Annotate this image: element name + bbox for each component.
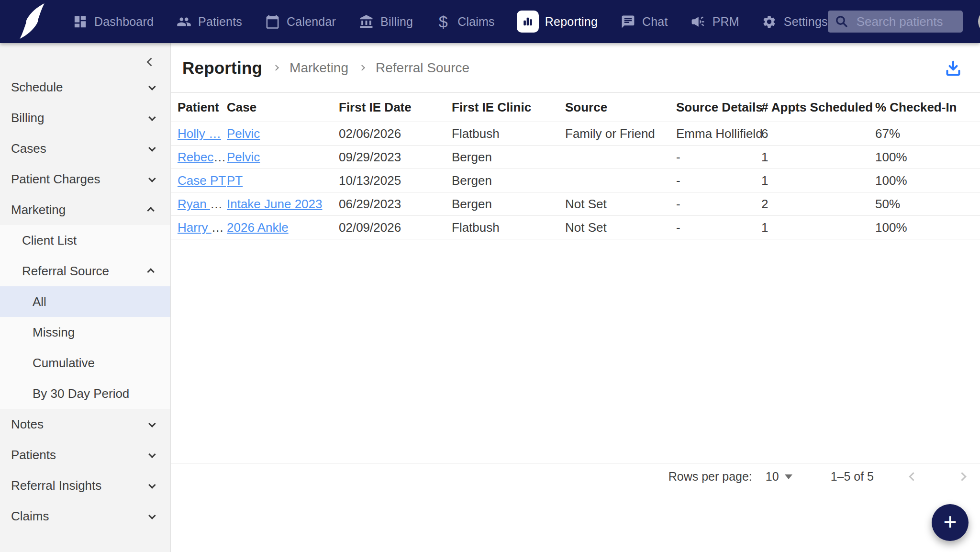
nav-item-prm[interactable]: PRM [690,13,739,30]
patient-link[interactable]: Holly … [178,126,221,141]
sidebar-item-label: By 30 Day Period [33,386,129,401]
first-ie-date-cell: 02/06/2026 [339,122,452,146]
sidebar-item-referral-insights[interactable]: Referral Insights [0,470,170,501]
chevron-down-icon [148,83,156,90]
patient-search-box[interactable] [828,11,963,33]
appts-scheduled-cell: 6 [761,122,875,146]
column-header-checked-in: % Checked-In [875,93,980,122]
calendar-icon [264,13,280,30]
nav-item-settings[interactable]: Settings [761,13,828,30]
table-header: Patient Case First IE Date First IE Clin… [171,93,980,122]
previous-page-button[interactable] [903,467,923,486]
app-logo-icon[interactable] [13,3,52,40]
pagination: Rows per page: 10 1–5 of 5 [171,463,980,490]
nav-item-chat[interactable]: Chat [620,13,668,30]
first-ie-date-cell: 06/29/2023 [339,192,452,216]
nav-item-calendar[interactable]: Calendar [264,13,336,30]
nav-item-dashboard[interactable]: Dashboard [72,13,154,30]
checked-in-cell: 67% [875,122,980,146]
nav-item-label: PRM [713,15,739,29]
case-link[interactable]: 2026 Ankle [227,220,289,235]
top-navigation-bar: Dashboard Patients Calendar Billing $ Cl… [0,0,980,43]
source-details-cell: Emma Hollifield [676,122,761,146]
chevron-down-icon [148,175,156,182]
chevron-left-icon [909,472,917,481]
download-icon [944,58,963,78]
sidebar-item-label: All [33,294,46,309]
sidebar-item-by-30-day-period[interactable]: By 30 Day Period [0,378,170,409]
breadcrumb-referral-source[interactable]: Referral Source [376,60,469,76]
sidebar-item-label: Marketing [11,203,66,217]
nav-item-reporting[interactable]: Reporting [517,11,598,33]
sidebar-item-missing[interactable]: Missing [0,317,170,348]
dropdown-caret-icon [785,474,792,479]
chevron-up-icon [147,207,155,214]
patient-link[interactable]: Rebecc… [178,150,227,164]
nav-item-label: Calendar [287,15,336,29]
table-row: Ryan Li… Intake June 2023 06/29/2023 Ber… [171,192,980,216]
case-link[interactable]: PT [227,173,243,188]
source-cell [565,169,676,192]
next-page-button[interactable] [952,467,971,486]
column-header-source-details: Source Details [676,93,761,122]
patient-link[interactable]: Harry B… [178,220,227,235]
source-cell [565,146,676,169]
sidebar-item-label: Missing [33,325,75,340]
nav-item-claims[interactable]: $ Claims [435,13,495,30]
sidebar-item-label: Cumulative [33,356,95,371]
appts-scheduled-cell: 2 [761,192,875,216]
sidebar-item-patients[interactable]: Patients [0,439,170,470]
sidebar-item-client-list[interactable]: Client List [0,225,170,256]
checked-in-cell: 100% [875,146,980,169]
checked-in-cell: 100% [875,216,980,239]
sidebar-item-label: Claims [11,509,49,524]
case-link[interactable]: Pelvic [227,126,260,141]
sidebar-item-referral-source[interactable]: Referral Source [0,256,170,286]
add-new-button[interactable]: + [932,504,969,541]
search-input[interactable] [857,14,956,29]
first-ie-date-cell: 10/13/2025 [339,169,452,192]
breadcrumb-reporting[interactable]: Reporting [182,58,262,78]
case-link[interactable]: Pelvic [227,150,260,164]
sidebar-item-label: Patients [11,448,56,462]
search-icon [835,14,849,29]
source-cell: Not Set [565,192,676,216]
sidebar-item-label: Referral Source [22,264,109,279]
source-details-cell: - [676,192,761,216]
rows-per-page-select[interactable]: 10 [766,470,792,484]
sidebar-item-label: Client List [22,233,77,248]
source-cell: Not Set [565,216,676,239]
patient-link[interactable]: Case PT [178,173,226,188]
sidebar-item-cumulative[interactable]: Cumulative [0,348,170,378]
sidebar-item-label: Cases [11,141,46,156]
sidebar-item-notes[interactable]: Notes [0,409,170,439]
case-link[interactable]: Intake June 2023 [227,197,323,211]
sidebar-item-label: Notes [11,417,44,432]
user-avatar[interactable]: EH [978,9,980,34]
sidebar-item-patient-charges[interactable]: Patient Charges [0,164,170,194]
sidebar-item-cases[interactable]: Cases [0,133,170,164]
bar-chart-icon [517,11,539,33]
source-details-cell: - [676,216,761,239]
first-ie-clinic-cell: Flatbush [452,122,565,146]
sidebar-item-claims[interactable]: Claims [0,501,170,531]
first-ie-clinic-cell: Flatbush [452,216,565,239]
sidebar-item-label: Referral Insights [11,478,101,493]
pagination-range: 1–5 of 5 [831,470,874,484]
nav-item-billing[interactable]: Billing [358,13,413,30]
chat-icon [620,13,636,30]
dashboard-icon [72,13,88,30]
column-header-first-ie-date: First IE Date [339,93,452,122]
gear-icon [761,13,778,30]
download-button[interactable] [943,57,964,79]
nav-item-patients[interactable]: Patients [176,13,242,30]
sidebar-item-marketing[interactable]: Marketing [0,194,170,225]
referral-source-table: Patient Case First IE Date First IE Clin… [171,92,980,239]
sidebar-item-billing[interactable]: Billing [0,102,170,133]
sidebar-item-all[interactable]: All [0,286,170,317]
breadcrumb-marketing[interactable]: Marketing [290,60,348,76]
sidebar-item-label: Patient Charges [11,172,100,187]
sidebar-item-schedule[interactable]: Schedule [0,72,170,102]
collapse-sidebar-icon[interactable] [146,57,155,66]
patient-link[interactable]: Ryan Li… [178,197,227,211]
